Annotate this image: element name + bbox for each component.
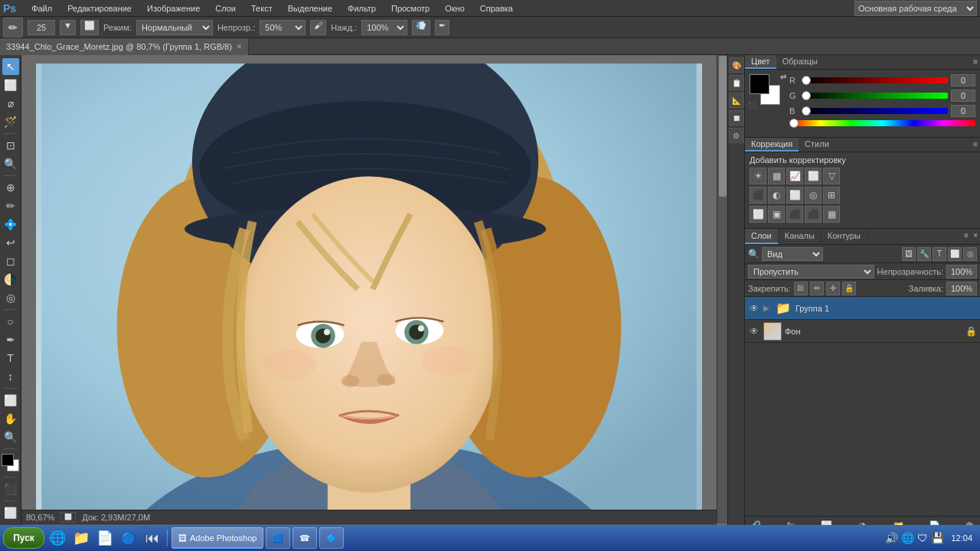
doc-tab-close[interactable]: ×	[237, 41, 242, 52]
vibrance-icon[interactable]: ▽	[823, 168, 840, 184]
swatches-tab[interactable]: Образцы	[776, 55, 824, 69]
green-value[interactable]	[951, 90, 975, 102]
lasso-tool[interactable]: ⌀	[2, 95, 19, 112]
zoom-box[interactable]: ⬜	[60, 512, 76, 523]
tray-security[interactable]: 🛡	[917, 532, 928, 544]
tray-network[interactable]: 🌐	[901, 532, 914, 544]
lock-all[interactable]: 🔒	[842, 282, 856, 295]
layers-panel-menu[interactable]: ≡	[962, 229, 971, 244]
start-button[interactable]: Пуск	[3, 527, 44, 549]
eyedropper-tool[interactable]: 🔍	[2, 155, 19, 172]
stylus-btn[interactable]: ✒	[435, 20, 449, 35]
taskbar-docs-icon[interactable]: 📄	[94, 527, 116, 549]
layer-visibility-background[interactable]: 👁	[748, 325, 760, 337]
paths-tab[interactable]: Контуры	[822, 229, 867, 244]
menu-text[interactable]: Текст	[248, 2, 276, 15]
channels-tab[interactable]: Каналы	[779, 229, 822, 244]
swap-colors-icon[interactable]: ⇄	[780, 73, 786, 81]
brush-options-btn[interactable]: ⬜	[80, 20, 99, 35]
red-slider-track[interactable]	[802, 77, 948, 83]
taskbar-photoshop-app[interactable]: 🖼 Adobe Photoshop	[172, 527, 263, 549]
panel-btn-1[interactable]: 🎨	[729, 57, 744, 73]
menu-layers[interactable]: Слои	[212, 2, 239, 15]
hsl-icon[interactable]: ⬛	[750, 187, 766, 204]
move-tool[interactable]: ↖	[2, 58, 19, 75]
selection-tool[interactable]: ⬜	[2, 77, 19, 93]
brush-tool[interactable]: ✏	[2, 197, 19, 214]
layer-item-background[interactable]: 👁 Фон 🔒	[745, 320, 980, 343]
filter-text-icon[interactable]: T	[933, 247, 946, 261]
blur-tool[interactable]: ◎	[2, 289, 19, 306]
menu-filter[interactable]: Фильтр	[345, 2, 379, 15]
menu-edit[interactable]: Редактирование	[64, 2, 135, 15]
filter-type-select[interactable]: Вид	[762, 247, 823, 261]
styles-tab[interactable]: Стили	[799, 138, 835, 152]
vertical-scrollbar[interactable]	[717, 55, 727, 523]
taskbar-folder-icon[interactable]: 📁	[70, 527, 92, 549]
blend-mode-select[interactable]: Пропустить	[748, 265, 874, 279]
menu-image[interactable]: Изображение	[144, 2, 203, 15]
path-select-tool[interactable]: ↕	[2, 368, 19, 385]
panel-btn-3[interactable]: 📐	[729, 93, 744, 108]
tray-storage[interactable]: 💾	[931, 532, 944, 544]
layers-tab[interactable]: Слои	[745, 229, 779, 244]
layer-item-group1[interactable]: 👁 ▶ 📁 Группа 1	[745, 297, 980, 320]
curves-icon[interactable]: 📈	[786, 168, 803, 184]
panel-btn-2[interactable]: 📋	[729, 75, 744, 90]
bw-icon[interactable]: ⬜	[786, 187, 803, 204]
history-brush-tool[interactable]: ↩	[2, 234, 19, 251]
color-balance-icon[interactable]: ◐	[768, 187, 785, 204]
foreground-color-swatch[interactable]	[750, 74, 769, 94]
crop-tool[interactable]: ⊡	[2, 137, 19, 154]
channel-mixer-icon[interactable]: ⊞	[823, 187, 840, 204]
red-value[interactable]	[951, 74, 975, 86]
dodge-tool[interactable]: ○	[2, 313, 19, 330]
menu-window[interactable]: Окно	[442, 2, 468, 15]
menu-select[interactable]: Выделение	[285, 2, 335, 15]
stamp-tool[interactable]: 💠	[2, 216, 19, 233]
flow-icon[interactable]: 🖌	[310, 20, 326, 35]
invert-icon[interactable]: ⬜	[750, 206, 766, 223]
brightness-contrast-icon[interactable]: ☀	[750, 168, 766, 184]
heal-tool[interactable]: ⊕	[2, 179, 19, 196]
document-tab[interactable]: 33944_Chlo_Grace_Moretz.jpg @ 80,7% (Гру…	[0, 38, 249, 55]
canvas-area[interactable]: 80,67% ⬜ Док: 2,93М/27,0М	[21, 55, 727, 534]
taskbar-app3[interactable]: ☎	[292, 527, 317, 549]
airbrush-btn[interactable]: 💨	[412, 20, 430, 35]
lock-checkerboard[interactable]: ☒	[794, 282, 808, 295]
taskbar-ie-icon[interactable]: 🌐	[47, 527, 68, 549]
lock-brush[interactable]: ✏	[810, 282, 824, 295]
filter-shape-icon[interactable]: ⬜	[948, 247, 962, 261]
menu-file[interactable]: Файл	[28, 2, 55, 15]
rainbow-slider[interactable]	[789, 120, 975, 126]
color-tab[interactable]: Цвет	[745, 55, 776, 69]
fill-input[interactable]	[946, 282, 977, 295]
filter-smart-icon[interactable]: ◎	[963, 247, 977, 261]
menu-help[interactable]: Справка	[477, 2, 516, 15]
eraser-tool[interactable]: ◻	[2, 253, 19, 269]
selective-color-icon[interactable]: ⬛	[805, 206, 822, 223]
mode-select[interactable]: Нормальный	[136, 20, 213, 35]
shape-tool[interactable]: ⬜	[2, 392, 19, 409]
brush-size-input[interactable]	[28, 20, 55, 35]
wand-tool[interactable]: 🪄	[2, 113, 19, 130]
filter-pixel-icon[interactable]: 🖼	[902, 247, 916, 261]
correction-panel-menu[interactable]: ≡	[971, 138, 980, 152]
blue-slider-track[interactable]	[802, 108, 948, 114]
opacity-select[interactable]: 50%	[260, 20, 305, 35]
posterize-icon[interactable]: ▣	[768, 206, 785, 223]
threshold-icon[interactable]: ⬛	[786, 206, 803, 223]
pressure-select[interactable]: 100%	[361, 20, 407, 35]
color-panel-menu[interactable]: ≡	[971, 55, 980, 69]
layer-visibility-group1[interactable]: 👁	[748, 302, 760, 315]
photo-filter-icon[interactable]: ◎	[805, 187, 822, 204]
reset-colors-icon[interactable]: ⬛	[748, 102, 756, 109]
tray-volume[interactable]: 🔊	[885, 532, 898, 544]
hand-tool[interactable]: ✋	[2, 410, 19, 427]
foreground-color[interactable]	[2, 454, 14, 466]
filter-adjust-icon[interactable]: 🔧	[917, 247, 931, 261]
gradient-tool[interactable]: 🌗	[2, 271, 19, 288]
text-tool[interactable]: T	[2, 350, 19, 367]
green-slider-track[interactable]	[802, 93, 948, 99]
taskbar-app2[interactable]: 🟦	[266, 527, 290, 549]
